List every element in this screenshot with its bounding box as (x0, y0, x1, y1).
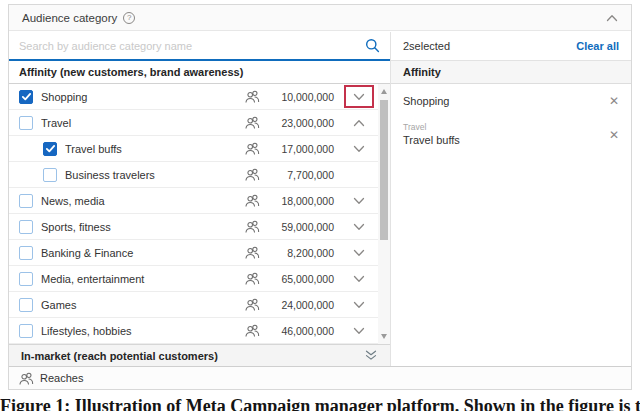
category-label: Media, entertainment (41, 273, 237, 285)
chevron-up-icon (606, 14, 618, 22)
row-checkbox[interactable] (19, 90, 33, 104)
expand-row-button[interactable] (346, 87, 372, 106)
selected-items-list: Shopping ✕ Travel Travel buffs ✕ (391, 84, 631, 153)
category-label: Banking & Finance (41, 247, 237, 259)
scrollbar-thumb[interactable] (380, 100, 388, 240)
selected-item: Shopping ✕ (403, 88, 619, 114)
scrollbar[interactable] (378, 84, 390, 344)
row-checkbox[interactable] (19, 246, 33, 260)
panel-header: Audience category ? (9, 5, 631, 31)
reach-count: 23,000,000 (268, 117, 334, 129)
people-icon (245, 220, 260, 233)
scroll-up-icon[interactable] (381, 89, 387, 94)
category-label: Games (41, 299, 237, 311)
expand-row-button[interactable] (346, 243, 372, 262)
selected-item-text: Shopping (403, 94, 450, 108)
reach-count: 7,700,000 (268, 169, 334, 181)
people-icon (245, 272, 260, 285)
people-icon (245, 116, 260, 129)
inmarket-section-header[interactable]: In-market (reach potential customers) (9, 344, 390, 366)
selected-item: Travel Travel buffs ✕ (403, 116, 619, 153)
search-icon[interactable] (365, 38, 380, 53)
selection-summary-bar: 2selected Clear all (391, 32, 631, 61)
row-checkbox[interactable] (19, 220, 33, 234)
close-icon[interactable]: ✕ (609, 95, 619, 107)
selected-count: 2selected (403, 40, 450, 52)
people-icon (245, 90, 260, 103)
chevron-down-icon (353, 119, 365, 127)
figure-caption: Figure 1: Illustration of Meta Campaign … (0, 396, 640, 411)
category-list: Shopping 10,000,000 Travel 23,000,000 (9, 84, 378, 344)
selection-group-header: Affinity (391, 61, 631, 84)
expand-row-button[interactable] (346, 217, 372, 236)
row-checkbox[interactable] (19, 194, 33, 208)
expand-row-button[interactable] (346, 191, 372, 210)
selected-item-parent: Travel (403, 122, 460, 133)
reach-count: 59,000,000 (268, 221, 334, 233)
chevron-down-icon (353, 275, 365, 283)
reach-count: 17,000,000 (268, 143, 334, 155)
affinity-section-header[interactable]: Affinity (new customers, brand awareness… (9, 61, 390, 84)
chevron-down-icon (353, 145, 365, 153)
category-row[interactable]: Travel buffs 17,000,000 (9, 136, 378, 162)
chevron-down-icon (353, 197, 365, 205)
category-row[interactable]: Travel 23,000,000 (9, 110, 378, 136)
selected-item-text: Travel Travel buffs (403, 122, 460, 147)
category-label: News, media (41, 195, 237, 207)
chevron-down-icon (353, 249, 365, 257)
selected-item-label: Travel buffs (403, 133, 460, 147)
people-icon (245, 194, 260, 207)
reach-count: 46,000,000 (268, 325, 334, 337)
people-icon (19, 372, 34, 385)
category-row[interactable]: Media, entertainment 65,000,000 (9, 266, 378, 292)
row-checkbox[interactable] (19, 324, 33, 338)
figure-1-screenshot: Audience category ? Affinity (new custom… (0, 0, 640, 411)
chevron-down-icon (353, 223, 365, 231)
row-checkbox[interactable] (19, 272, 33, 286)
category-row[interactable]: Business travelers 7,700,000 (9, 162, 378, 188)
category-row[interactable]: Games 24,000,000 (9, 292, 378, 318)
people-icon (245, 168, 260, 181)
expand-row-button[interactable] (346, 113, 372, 132)
reaches-label: Reaches (40, 372, 83, 384)
panel-body: Affinity (new customers, brand awareness… (9, 32, 631, 366)
category-browser: Affinity (new customers, brand awareness… (9, 32, 390, 366)
row-checkbox[interactable] (43, 168, 57, 182)
row-checkbox[interactable] (43, 142, 57, 156)
category-row[interactable]: Lifestyles, hobbies 46,000,000 (9, 318, 378, 344)
category-row[interactable]: Shopping 10,000,000 (9, 84, 378, 110)
chevron-down-icon (353, 301, 365, 309)
search-bar (9, 32, 390, 61)
help-circle-icon[interactable]: ? (123, 12, 135, 24)
scroll-down-icon[interactable] (381, 334, 387, 339)
chevron-down-icon (353, 327, 365, 335)
selection-panel: 2selected Clear all Affinity Shopping ✕ … (390, 32, 631, 366)
double-chevron-down-icon[interactable] (364, 350, 378, 361)
reach-count: 65,000,000 (268, 273, 334, 285)
collapse-panel-button[interactable] (606, 12, 618, 24)
row-checkbox[interactable] (19, 298, 33, 312)
search-input[interactable] (19, 40, 365, 52)
reach-count: 18,000,000 (268, 195, 334, 207)
expand-row-button[interactable] (346, 269, 372, 288)
category-row[interactable]: News, media 18,000,000 (9, 188, 378, 214)
clear-all-link[interactable]: Clear all (576, 40, 619, 52)
category-label: Travel (41, 117, 237, 129)
people-icon (245, 142, 260, 155)
reaches-footer: Reaches (9, 366, 631, 389)
category-label: Sports, fitness (41, 221, 237, 233)
expand-row-button[interactable] (346, 295, 372, 314)
inmarket-section-label: In-market (reach potential customers) (21, 350, 218, 362)
category-label: Business travelers (65, 169, 237, 181)
expand-row-button[interactable] (346, 139, 372, 158)
category-row[interactable]: Banking & Finance 8,200,000 (9, 240, 378, 266)
category-row[interactable]: Sports, fitness 59,000,000 (9, 214, 378, 240)
expand-row-button[interactable] (346, 321, 372, 340)
audience-category-panel: Audience category ? Affinity (new custom… (8, 4, 632, 390)
close-icon[interactable]: ✕ (609, 129, 619, 141)
selected-item-label: Shopping (403, 94, 450, 108)
expand-row-button[interactable] (346, 165, 372, 184)
category-label: Travel buffs (65, 143, 237, 155)
row-checkbox[interactable] (19, 116, 33, 130)
reach-count: 10,000,000 (268, 91, 334, 103)
